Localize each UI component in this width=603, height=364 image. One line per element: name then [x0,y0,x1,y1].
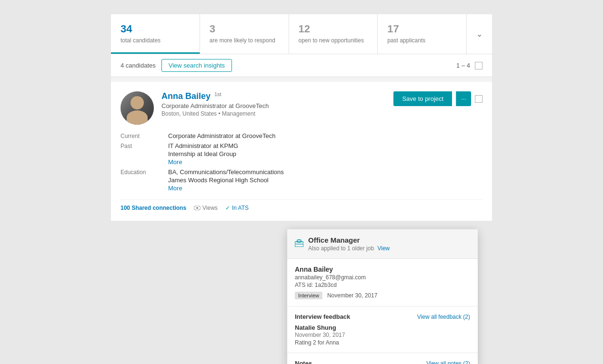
view-feedback-link[interactable]: View all feedback (2) [417,314,470,320]
main-container: 34 total candidates 3 are more likely to… [111,14,492,221]
popup-candidate-email: annabailey_678@gmai.com [295,274,470,281]
past-item-1: IT Administrator at KPMG [168,142,482,149]
stat-expand[interactable]: ⌄ [467,14,492,54]
popup-feedback-title: Interview feedback [295,313,350,320]
education-value: BA, Communications/Telecommunications Ja… [168,168,482,192]
view-notes-link[interactable]: View all notes (2) [426,360,470,364]
stat-total-candidates[interactable]: 34 total candidates [111,14,200,54]
stat-likely-respond[interactable]: 3 are more likely to respond [200,14,289,54]
card-actions: Save to project ··· [393,91,482,106]
popup-job-sub-text: Also applied to 1 older job [308,245,374,252]
candidate-location: Boston, United States • Management [161,110,269,117]
candidate-title: Corporate Administrator at GrooveTech [161,102,269,109]
in-ats-item[interactable]: ✓ In ATS [225,205,249,211]
stat-past-applicants[interactable]: 17 past applicants [378,14,467,54]
stat-label-respond: are more likely to respond [210,37,279,44]
popup-feedback-section: Interview feedback View all feedback (2)… [287,306,478,353]
candidate-card: Anna Bailey 1st Corporate Administrator … [111,82,492,221]
stat-number-respond: 3 [210,23,279,35]
toolbar: 4 candidates View search insights 1 – 4 [111,54,492,77]
feedback-date: November 30, 2017 [295,332,470,338]
education-label: Education [121,168,168,192]
education-item-2: James Woods Regional High School [168,177,482,184]
avatar-image [121,91,154,125]
popup-notes-header: Notes View all notes (2) [295,360,470,364]
feedback-rating: Rating 2 for Anna [295,339,470,346]
avatar [121,91,154,125]
past-more-link[interactable]: More [168,158,182,166]
svg-rect-3 [297,240,301,242]
details-section: Current Corporate Administrator at Groov… [121,132,482,192]
candidate-name-text: Anna Bailey [161,91,211,101]
briefcase-icon [295,239,303,249]
views-icon [194,206,201,210]
stats-bar: 34 total candidates 3 are more likely to… [111,14,492,54]
status-badge: Interview [295,292,322,299]
save-to-project-button[interactable]: Save to project [393,91,452,106]
select-all-checkbox[interactable] [475,62,482,69]
stat-label-total: total candidates [121,37,190,44]
candidate-name[interactable]: Anna Bailey 1st [161,91,269,101]
popup-candidate-name: Anna Bailey [295,266,470,273]
candidates-count: 4 candidates [121,62,156,69]
toolbar-left: 4 candidates View search insights [121,59,232,72]
popup-job-info: Office Manager Also applied to 1 older j… [308,236,390,252]
popup-feedback-header: Interview feedback View all feedback (2) [295,313,470,320]
svg-point-1 [196,207,199,209]
popup-job-title: Office Manager [308,236,390,244]
card-footer: 100 Shared connections Views ✓ In ATS [121,199,482,211]
popup-candidate-ats: ATS id: 1a2b3cd [295,282,470,288]
past-item-2: Internship at Ideal Group [168,150,482,157]
stat-number-past: 17 [387,23,457,35]
expand-button[interactable]: ⌄ [476,30,482,39]
stat-label-past: past applicants [387,37,457,44]
view-search-insights-button[interactable]: View search insights [161,59,232,72]
shared-connections-label: Shared connections [131,205,186,211]
degree-badge: 1st [214,91,221,97]
card-header: Anna Bailey 1st Corporate Administrator … [121,91,482,125]
popup-header: Office Manager Also applied to 1 older j… [287,229,478,259]
popup-panel: Office Manager Also applied to 1 older j… [287,229,478,364]
stat-label-open: open to new opportunities [299,37,368,44]
popup-view-link[interactable]: View [377,245,390,252]
more-actions-button[interactable]: ··· [456,91,471,106]
in-ats-label: In ATS [232,205,249,211]
popup-notes-title: Notes [295,360,312,364]
candidate-info: Anna Bailey 1st Corporate Administrator … [121,91,269,125]
popup-job-sub: Also applied to 1 older job View [308,245,390,252]
current-label: Current [121,132,168,139]
past-label: Past [121,142,168,166]
stat-open-opportunities[interactable]: 12 open to new opportunities [289,14,378,54]
education-item-1: BA, Communications/Telecommunications [168,168,482,176]
candidate-details: Anna Bailey 1st Corporate Administrator … [161,91,269,125]
popup-notes-section: Notes View all notes (2) Natalie Sung No… [287,353,478,364]
popup-status-row: Interview November 30, 2017 [295,291,470,299]
checkmark-icon: ✓ [225,205,230,211]
past-value: IT Administrator at KPMG Internship at I… [168,142,482,166]
views-item[interactable]: Views [194,205,218,211]
stat-number-open: 12 [299,23,368,35]
current-value: Corporate Administrator at GrooveTech [168,132,482,139]
shared-connections-count: 100 [121,205,130,211]
stat-number-total: 34 [121,23,190,35]
candidate-checkbox[interactable] [475,95,482,103]
popup-interview-date: November 30, 2017 [327,292,377,299]
feedback-author: Natalie Shung [295,324,470,331]
pagination-label: 1 – 4 [456,62,470,69]
toolbar-right: 1 – 4 [456,62,482,69]
education-more-link[interactable]: More [168,185,182,192]
popup-candidate-summary: Anna Bailey annabailey_678@gmai.com ATS … [287,259,478,306]
views-label: Views [202,205,218,211]
shared-connections[interactable]: 100 Shared connections [121,205,186,211]
